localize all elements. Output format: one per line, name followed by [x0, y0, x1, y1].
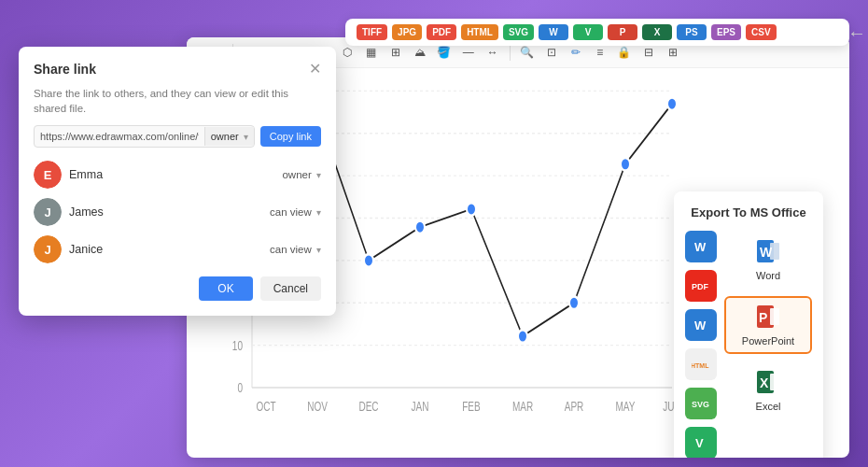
user-name-janice: Janice: [69, 243, 270, 256]
svg-point-30: [467, 203, 476, 216]
svg-text:PDF: PDF: [692, 282, 709, 291]
export-right-options: W Word P PowerPoint: [724, 231, 812, 458]
user-permission-emma[interactable]: owner ▾: [282, 169, 321, 180]
close-icon[interactable]: ✕: [309, 62, 321, 77]
permission-chevron-emma-icon: ▾: [316, 170, 321, 180]
badge-word[interactable]: W: [539, 24, 568, 40]
svg-point-32: [569, 296, 579, 309]
link-input-wrap: owner ▾: [34, 125, 255, 148]
more-icon[interactable]: ⊞: [664, 43, 682, 62]
side-icon-word[interactable]: W: [685, 231, 717, 262]
svg-point-31: [518, 330, 527, 343]
svg-text:HTML: HTML: [692, 362, 709, 369]
align-icon[interactable]: ≡: [591, 43, 609, 62]
permission-chevron-janice-icon: ▾: [316, 245, 321, 255]
permission-chevron-james-icon: ▾: [316, 207, 321, 218]
cancel-button[interactable]: Cancel: [260, 276, 321, 301]
svg-text:MAY: MAY: [616, 399, 636, 414]
user-permission-james[interactable]: can view ▾: [270, 206, 321, 218]
svg-point-29: [415, 220, 425, 234]
svg-point-28: [364, 254, 373, 267]
badge-ppt[interactable]: P: [608, 24, 637, 40]
svg-rect-47: [770, 308, 779, 325]
dialog-title: Share link: [34, 62, 96, 77]
svg-text:MAR: MAR: [512, 399, 533, 414]
preview-icon[interactable]: ⊡: [542, 43, 561, 62]
svg-text:NOV: NOV: [307, 399, 328, 414]
avatar-james: J: [34, 198, 62, 226]
toolbar-divider-2: [510, 44, 511, 61]
side-icon-vsdx[interactable]: V: [685, 427, 717, 458]
user-row-emma: E Emma owner ▾: [34, 161, 321, 189]
arrow-icon: ←: [847, 21, 866, 43]
svg-text:JAN: JAN: [412, 399, 429, 414]
badge-jpg[interactable]: JPG: [392, 24, 422, 40]
link-input[interactable]: [35, 126, 204, 147]
dialog-description: Share the link to others, and they can v…: [34, 86, 321, 116]
svg-text:W: W: [760, 245, 773, 260]
side-icon-pdf[interactable]: PDF: [685, 270, 717, 302]
export-panel-title: Export To MS Office: [685, 205, 812, 219]
badge-pdf[interactable]: PDF: [427, 24, 456, 40]
export-excel-label: Excel: [756, 401, 781, 412]
badge-vsdx[interactable]: V: [573, 24, 603, 40]
connector-icon[interactable]: ↔: [483, 43, 502, 62]
table-icon[interactable]: ▦: [362, 43, 381, 62]
export-item-powerpoint[interactable]: P PowerPoint: [724, 296, 812, 354]
svg-text:DEC: DEC: [358, 399, 378, 414]
ok-button[interactable]: OK: [199, 276, 252, 301]
svg-text:FEB: FEB: [462, 399, 480, 414]
badge-html[interactable]: HTML: [461, 24, 498, 40]
svg-rect-50: [770, 374, 779, 390]
border-icon[interactable]: ⊞: [386, 43, 405, 62]
svg-text:SVG: SVG: [692, 400, 709, 409]
dialog-actions: OK Cancel: [34, 276, 321, 301]
copy-link-button[interactable]: Copy link: [260, 126, 321, 147]
badge-csv[interactable]: CSV: [746, 24, 777, 40]
user-name-emma: Emma: [69, 168, 282, 181]
zoom-icon[interactable]: 🔍: [518, 43, 537, 62]
pen-icon[interactable]: ✏: [567, 43, 585, 62]
badge-eps[interactable]: EPS: [711, 24, 741, 40]
badge-tiff[interactable]: TIFF: [357, 24, 387, 40]
svg-text:10: 10: [232, 339, 243, 354]
layout-icon[interactable]: ⊟: [639, 43, 658, 62]
export-ppt-label: PowerPoint: [742, 335, 794, 347]
user-row-james: J James can view ▾: [34, 198, 321, 226]
svg-text:V: V: [695, 436, 704, 450]
badge-excel[interactable]: X: [642, 24, 672, 40]
format-bar: TIFF JPG PDF HTML SVG W V P X PS EPS CSV…: [345, 19, 849, 46]
export-word-label: Word: [756, 270, 780, 281]
user-permission-janice[interactable]: can view ▾: [270, 244, 321, 255]
link-row: owner ▾ Copy link: [34, 125, 321, 148]
export-options-container: W PDF W HTML SVG V: [685, 231, 812, 458]
export-panel: Export To MS Office W PDF W HTML SVG: [674, 191, 823, 458]
side-icon-svg[interactable]: SVG: [685, 388, 717, 419]
export-side-icons: W PDF W HTML SVG V: [685, 231, 717, 458]
badge-svg[interactable]: SVG: [503, 24, 534, 40]
permission-chevron-icon: ▾: [244, 132, 248, 142]
badge-ps[interactable]: PS: [677, 24, 707, 40]
hexagon-icon[interactable]: ⬡: [338, 43, 357, 62]
export-item-excel[interactable]: X Excel: [724, 361, 812, 419]
lock-icon[interactable]: 🔒: [615, 43, 634, 62]
mountain-icon[interactable]: ⛰: [411, 43, 429, 62]
avatar-janice: J: [34, 235, 62, 263]
share-link-dialog: Share link ✕ Share the link to others, a…: [19, 47, 336, 316]
svg-text:W: W: [694, 318, 707, 333]
svg-text:0: 0: [237, 381, 243, 396]
svg-text:W: W: [694, 240, 707, 254]
svg-text:P: P: [759, 310, 767, 325]
dialog-header: Share link ✕: [34, 62, 321, 77]
svg-text:X: X: [760, 375, 769, 390]
svg-point-33: [621, 158, 630, 171]
line-color-icon[interactable]: —: [459, 43, 478, 62]
fill-icon[interactable]: 🪣: [435, 43, 454, 62]
svg-point-34: [667, 97, 677, 110]
side-icon-word2[interactable]: W: [685, 309, 717, 341]
avatar-emma: E: [34, 161, 62, 189]
user-row-janice: J Janice can view ▾: [34, 235, 321, 263]
export-item-word[interactable]: W Word: [724, 231, 812, 289]
link-permission-dropdown[interactable]: owner ▾: [204, 127, 254, 146]
side-icon-html[interactable]: HTML: [685, 348, 717, 380]
